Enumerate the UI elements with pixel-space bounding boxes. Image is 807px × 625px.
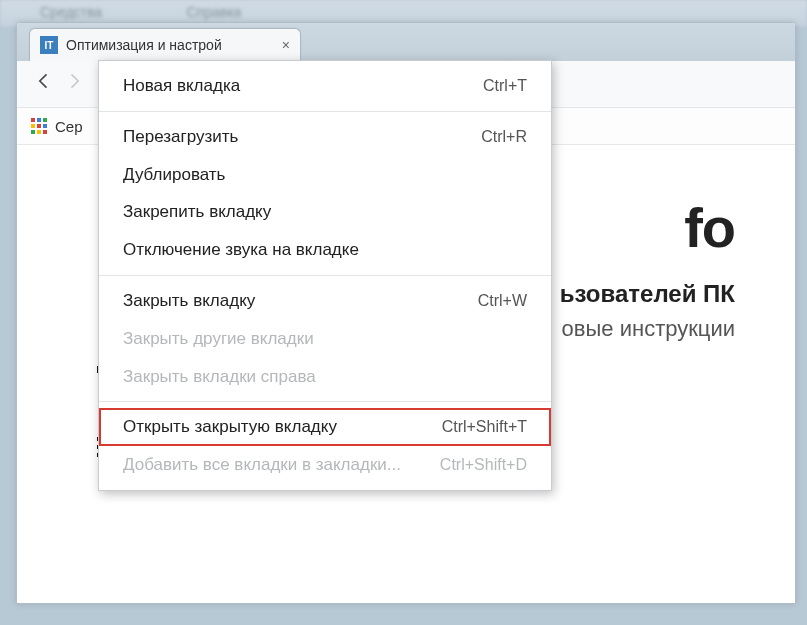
menu-item-shortcut: Ctrl+Shift+T	[442, 416, 527, 438]
back-button[interactable]	[29, 71, 59, 97]
bookmark-label[interactable]: Сер	[55, 118, 83, 135]
favicon-icon: IT	[40, 36, 58, 54]
menu-separator	[99, 111, 551, 112]
menu-item-label: Закрыть вкладки справа	[123, 365, 316, 389]
menu-item: Закрыть вкладки справа	[99, 358, 551, 396]
menu-item-label: Закрепить вкладку	[123, 200, 271, 224]
menu-item-label: Отключение звука на вкладке	[123, 238, 359, 262]
tab-strip: IT Оптимизация и настрой ×	[17, 23, 795, 61]
menu-item[interactable]: Закрыть вкладкуCtrl+W	[99, 282, 551, 320]
menu-separator	[99, 275, 551, 276]
forward-button	[59, 71, 89, 97]
menu-item-label: Новая вкладка	[123, 74, 240, 98]
menu-item-shortcut: Ctrl+T	[483, 75, 527, 97]
menu-item-label: Закрыть другие вкладки	[123, 327, 314, 351]
menu-separator	[99, 401, 551, 402]
menu-item-label: Перезагрузить	[123, 125, 238, 149]
menu-item: Добавить все вкладки в закладки...Ctrl+S…	[99, 446, 551, 484]
menu-item-label: Открыть закрытую вкладку	[123, 415, 337, 439]
menu-item[interactable]: Открыть закрытую вкладкуCtrl+Shift+T	[99, 408, 551, 446]
menu-item-shortcut: Ctrl+Shift+D	[440, 454, 527, 476]
menu-item[interactable]: ПерезагрузитьCtrl+R	[99, 118, 551, 156]
menu-item: Закрыть другие вкладки	[99, 320, 551, 358]
menu-item[interactable]: Новая вкладкаCtrl+T	[99, 67, 551, 105]
menu-item-shortcut: Ctrl+R	[481, 126, 527, 148]
tab-title: Оптимизация и настрой	[66, 37, 276, 53]
menu-item-label: Закрыть вкладку	[123, 289, 255, 313]
tab-context-menu: Новая вкладкаCtrl+TПерезагрузитьCtrl+RДу…	[98, 60, 552, 491]
menu-item-label: Дублировать	[123, 163, 225, 187]
menu-item[interactable]: Отключение звука на вкладке	[99, 231, 551, 269]
menu-item[interactable]: Дублировать	[99, 156, 551, 194]
menu-item-label: Добавить все вкладки в закладки...	[123, 453, 401, 477]
menu-item-shortcut: Ctrl+W	[478, 290, 527, 312]
browser-tab[interactable]: IT Оптимизация и настрой ×	[29, 28, 301, 61]
menu-item[interactable]: Закрепить вкладку	[99, 193, 551, 231]
apps-grid-icon[interactable]	[31, 118, 47, 134]
close-icon[interactable]: ×	[282, 37, 290, 53]
